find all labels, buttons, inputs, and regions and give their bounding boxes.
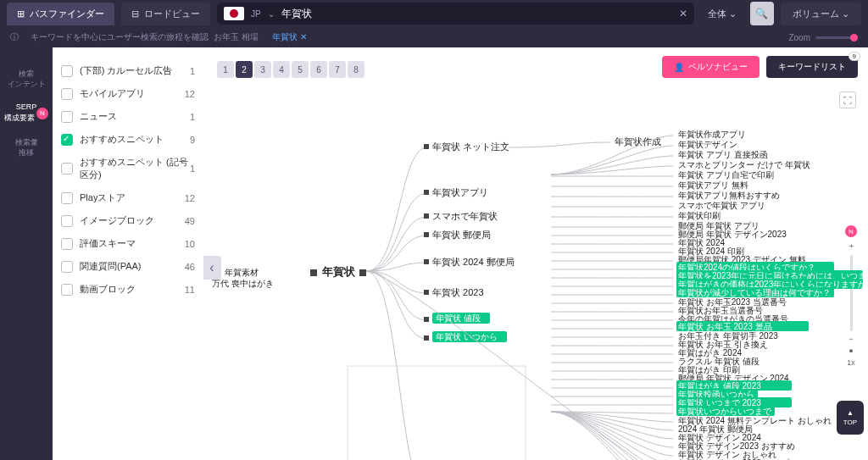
graph-node-hl[interactable]: 年賀状 値段 [436, 313, 481, 323]
checkbox[interactable] [61, 284, 73, 296]
graph-node[interactable]: 年賀状 ネット注文 [432, 141, 509, 152]
filter-count: 12 [185, 193, 195, 203]
search-button[interactable]: 🔍 [750, 2, 774, 25]
filter-row[interactable]: おすすめスニペット (記号区分)1 [61, 151, 195, 186]
svg-text:万代 喪中はがき: 万代 喪中はがき [212, 279, 274, 288]
zoom-control[interactable]: Zoom [788, 33, 858, 42]
flag-jp-icon [224, 7, 244, 20]
filter-label: 動画ブロック [80, 283, 136, 296]
filter-row[interactable]: モバイルアプリ12 [61, 82, 195, 105]
breadcrumb-1[interactable]: お年玉 相場 [214, 31, 259, 43]
graph-node[interactable]: 年賀状デザイン [678, 140, 737, 149]
filter-label: モバイルアプリ [80, 87, 145, 100]
graph-node[interactable]: 年賀状 郵便局 [432, 230, 491, 240]
svg-rect-25 [348, 366, 526, 460]
tab-serp[interactable]: SERP 構成要素N [0, 96, 53, 131]
svg-rect-2 [310, 269, 317, 276]
tab-pathfinder[interactable]: ⊞パスファインダー [7, 3, 114, 25]
svg-rect-4 [424, 144, 429, 149]
svg-rect-11 [424, 317, 429, 322]
grid-icon: ⊟ [131, 8, 139, 19]
filter-label: イメージブロック [80, 214, 154, 227]
filter-row[interactable]: おすすめスニペット9 [61, 128, 195, 151]
checkbox[interactable] [61, 65, 73, 77]
graph-node[interactable]: 年賀状 2024 郵便局 [432, 257, 515, 267]
svg-rect-3 [359, 269, 366, 276]
graph-node[interactable]: 年賀状 アプリ自宅で印刷 [678, 170, 774, 180]
hint-text: キーワードを中心にユーザー検索の旅程を確認 [31, 31, 209, 43]
filter-count: 11 [185, 285, 195, 295]
filter-count: 1 [190, 163, 195, 174]
filter-row[interactable]: Playストア12 [61, 186, 195, 209]
breadcrumb-2[interactable]: 年賀状 ✕ [272, 31, 307, 43]
graph-node[interactable]: スマホで年賀状 アプリ [678, 201, 765, 210]
search-icon: 🔍 [755, 8, 768, 19]
graph-node[interactable]: 年賀状アプリ無料おすすめ [678, 191, 780, 200]
filter-label: 評価スキーマ [80, 237, 136, 250]
filter-label: おすすめスニペット [80, 133, 164, 146]
filter-row[interactable]: (下部) カルーセル広告1 [61, 59, 195, 82]
root-node[interactable]: 年賀状 [321, 265, 356, 278]
graph-node[interactable]: スマホとプリンター だけで 年賀状 [678, 160, 810, 169]
checkbox[interactable] [61, 88, 73, 100]
tab-intent[interactable]: 検索 インテント [0, 63, 53, 96]
filter-count: 12 [185, 89, 195, 99]
graph-node-hl[interactable]: 年賀状が減少している理由は何ですか？ [678, 288, 831, 297]
filter-label: ニュース [80, 110, 117, 123]
filter-row[interactable]: イメージブロック49 [61, 209, 195, 232]
checkbox[interactable] [61, 238, 73, 250]
filter-label: Playストア [80, 191, 125, 204]
tab-volume-trend[interactable]: 検索量 推移 [0, 131, 53, 164]
filter-row[interactable]: 関連質問(PAA)46 [61, 255, 195, 278]
info-icon: ⓘ [10, 31, 19, 43]
graph-node[interactable]: 年賀状作成アプリ [678, 130, 746, 139]
checkbox[interactable] [61, 261, 73, 273]
filter-count: 46 [185, 262, 195, 272]
filter-count: 9 [190, 135, 195, 145]
filter-row[interactable]: 動画ブロック11 [61, 278, 195, 301]
badge-new: N [36, 108, 48, 119]
graph-canvas[interactable]: ‹ 12345678 👤ペルソナビュー キーワードリスト9 ⛶ N ＋− ● 1… [203, 47, 868, 460]
graph-node[interactable]: 年賀状印刷 [678, 211, 721, 220]
country-code: JP [251, 9, 261, 19]
filter-label: 関連質問(PAA) [80, 260, 142, 273]
svg-rect-9 [424, 290, 429, 295]
svg-rect-13 [424, 335, 429, 341]
zoom-slider[interactable] [815, 36, 858, 39]
svg-text:年賀素材: 年賀素材 [225, 268, 259, 277]
checkbox[interactable] [61, 111, 73, 123]
filter-count: 49 [185, 216, 195, 226]
tab-loadview[interactable]: ⊟ロードビュー [121, 3, 210, 25]
graph-node[interactable]: 年賀状作成 [615, 136, 661, 147]
checkbox[interactable] [61, 215, 73, 227]
search-bar[interactable]: JP ⌄ 年賀状 ✕ [217, 3, 694, 25]
filter-count: 1 [190, 66, 195, 76]
filter-panel: (下部) カルーセル広告1モバイルアプリ12ニュース1おすすめスニペット9おすす… [53, 47, 203, 460]
filter-label: おすすめスニペット (記号区分) [80, 156, 190, 181]
side-tabs: 検索 インテント SERP 構成要素N 検索量 推移 [0, 47, 53, 460]
filter-row[interactable]: 評価スキーマ10 [61, 232, 195, 255]
keyword-input[interactable]: 年賀状 [281, 7, 672, 21]
checkbox[interactable] [61, 163, 73, 175]
checkbox[interactable] [61, 134, 73, 146]
volume-dropdown[interactable]: ボリューム ⌄ [781, 3, 861, 25]
graph-node[interactable]: 年賀状 アプリ 直接投函 [678, 150, 768, 159]
scope-dropdown[interactable]: 全体 ⌄ [701, 4, 743, 24]
svg-rect-5 [424, 190, 429, 195]
filter-count: 1 [190, 112, 195, 122]
filter-count: 10 [185, 239, 195, 249]
svg-rect-6 [424, 213, 429, 219]
checkbox[interactable] [61, 192, 73, 204]
graph-node-hl[interactable]: 年賀状 お年玉 2023 景品 [678, 322, 772, 331]
svg-rect-7 [424, 232, 429, 237]
graph-node-hl[interactable]: 年賀状いつからいつまで [678, 407, 772, 416]
graph-node[interactable]: 年賀状 2023 [432, 287, 484, 297]
chevron-down-icon[interactable]: ⌄ [268, 9, 275, 19]
path-icon: ⊞ [17, 8, 25, 19]
filter-label: (下部) カルーセル広告 [80, 64, 172, 77]
graph-node[interactable]: 年賀状アプリ [432, 187, 488, 197]
graph-node[interactable]: スマホで年賀状 [432, 211, 498, 221]
graph-node[interactable]: 年賀状アプリ 無料 [678, 180, 748, 190]
filter-row[interactable]: ニュース1 [61, 105, 195, 128]
clear-icon[interactable]: ✕ [679, 8, 687, 19]
